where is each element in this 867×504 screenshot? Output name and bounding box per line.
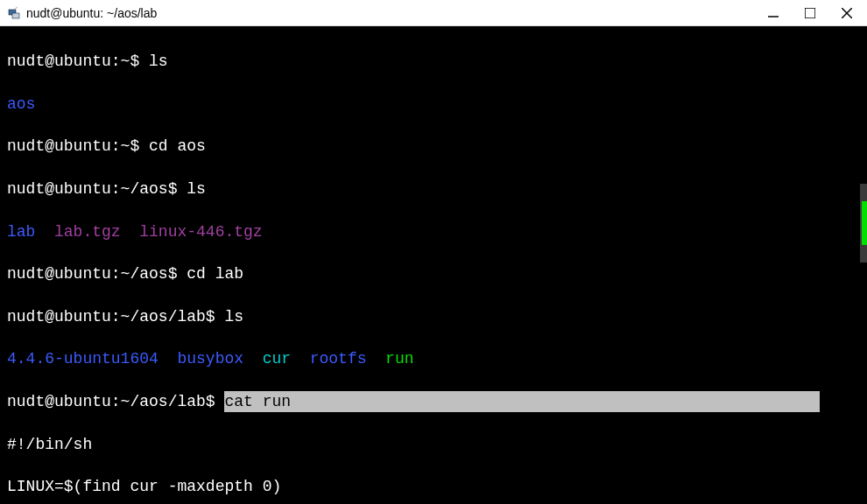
- terminal-line: nudt@ubuntu:~/aos$ cd lab: [7, 263, 860, 284]
- maximize-button[interactable]: [804, 7, 816, 19]
- terminal-area[interactable]: nudt@ubuntu:~$ ls aos nudt@ubuntu:~$ cd …: [0, 26, 867, 504]
- window-title: nudt@ubuntu: ~/aos/lab: [26, 6, 767, 20]
- dir-listing: aos: [7, 94, 860, 115]
- window-titlebar: nudt@ubuntu: ~/aos/lab: [0, 0, 867, 26]
- close-button[interactable]: [841, 7, 853, 19]
- svg-rect-4: [805, 8, 815, 18]
- svg-line-2: [14, 7, 18, 10]
- svg-rect-1: [12, 13, 19, 18]
- terminal-line: nudt@ubuntu:~/aos/lab$ cat run: [7, 391, 860, 412]
- scrollbar-thumb[interactable]: [862, 201, 867, 245]
- terminal-line: nudt@ubuntu:~$ cd aos: [7, 136, 860, 157]
- script-line: LINUX=$(find cur -maxdepth 0): [7, 476, 860, 497]
- minimize-button[interactable]: [767, 7, 779, 19]
- putty-icon: [7, 6, 21, 20]
- terminal-line: nudt@ubuntu:~/aos/lab$ ls: [7, 306, 860, 327]
- terminal-line: nudt@ubuntu:~$ ls: [7, 51, 860, 72]
- dir-listing: lab lab.tgz linux-446.tgz: [7, 221, 860, 242]
- terminal-line: nudt@ubuntu:~/aos$ ls: [7, 178, 860, 200]
- dir-listing: 4.4.6-ubuntu1604 busybox cur rootfs run: [7, 348, 860, 369]
- script-line: #!/bin/sh: [7, 434, 860, 455]
- window-controls: [767, 7, 860, 19]
